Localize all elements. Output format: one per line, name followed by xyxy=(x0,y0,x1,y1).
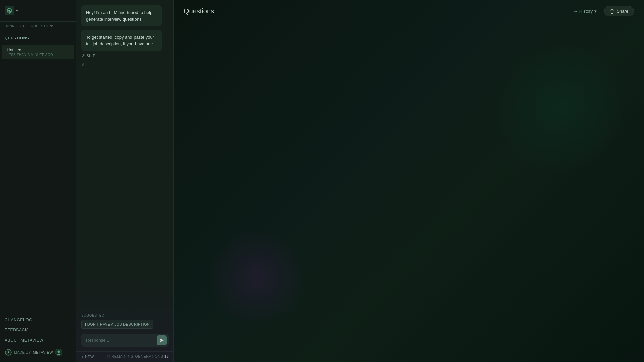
new-label: NEW xyxy=(85,355,94,359)
svg-point-1 xyxy=(8,10,10,12)
response-input[interactable] xyxy=(86,335,157,345)
chat-panel: Hey! I'm an LLM fine-tuned to help gener… xyxy=(76,0,174,362)
chat-bubble-2-wrapper: To get started, copy and paste your full… xyxy=(81,30,169,58)
send-icon xyxy=(159,338,164,343)
chat-bubble-1: Hey! I'm an LLM fine-tuned to help gener… xyxy=(81,5,162,26)
session-item[interactable]: Untitled LESS THAN A MINUTE AGO xyxy=(2,45,74,59)
history-label: History xyxy=(579,9,593,14)
sidebar: ▾ HIRING.STUDIO/QUESTIONS QUESTIONS + Un… xyxy=(0,0,76,362)
metaview-link[interactable]: METAVIEW xyxy=(33,350,53,354)
changelog-link[interactable]: CHANGELOG xyxy=(0,315,76,325)
section-header: QUESTIONS + xyxy=(0,31,76,45)
avatar-icon xyxy=(55,349,62,356)
questions-section: QUESTIONS + Untitled LESS THAN A MINUTE … xyxy=(0,31,76,59)
bg-glow-green xyxy=(493,39,627,173)
page-title: Questions xyxy=(184,7,214,15)
header-actions: → History ▾ Share xyxy=(570,6,634,16)
history-chevron-icon: ▾ xyxy=(594,9,597,14)
made-by-text: MADE BY xyxy=(14,350,31,354)
remaining-count: 15 xyxy=(164,354,169,358)
svg-marker-13 xyxy=(610,9,614,14)
new-session-button[interactable]: + NEW xyxy=(81,355,94,359)
clock-icon[interactable] xyxy=(5,349,12,356)
main-body xyxy=(174,22,644,362)
about-metaview-link[interactable]: ABOUT METAVIEW xyxy=(0,335,76,345)
response-input-row xyxy=(81,334,169,347)
ai-label: AI xyxy=(81,63,169,67)
main-content: Questions → History ▾ Share xyxy=(174,0,644,362)
chat-bottom: SUGGESTED I DON'T HAVE A JOB DESCRIPTION xyxy=(76,310,173,351)
made-by-row: MADE BY METAVIEW xyxy=(0,345,76,359)
history-button[interactable]: → History ▾ xyxy=(570,7,600,16)
new-prefix: + xyxy=(81,355,84,359)
feedback-link[interactable]: FEEDBACK xyxy=(0,325,76,335)
skip-link[interactable]: ↗ SKIP xyxy=(81,53,169,58)
send-button[interactable] xyxy=(157,335,167,345)
skip-label: SKIP xyxy=(86,54,95,58)
chat-messages: Hey! I'm an LLM fine-tuned to help gener… xyxy=(76,0,173,310)
history-prefix-icon: → xyxy=(573,9,578,14)
suggested-label: SUGGESTED xyxy=(81,314,169,317)
logo-icon xyxy=(5,6,14,15)
session-time: LESS THAN A MINUTE AGO xyxy=(7,53,69,57)
logo-area[interactable]: ▾ xyxy=(5,6,18,15)
main-header: Questions → History ▾ Share xyxy=(174,0,644,22)
sidebar-header: ▾ xyxy=(0,0,76,22)
share-icon xyxy=(610,9,614,14)
logo-chevron-icon: ▾ xyxy=(16,9,18,13)
remaining-label: ⬡ REMAINING GENERATIONS 15 xyxy=(107,354,169,359)
sidebar-divider xyxy=(71,7,71,14)
skip-arrow-icon: ↗ xyxy=(81,53,85,58)
add-question-button[interactable]: + xyxy=(65,35,71,41)
session-title: Untitled xyxy=(7,47,69,52)
share-button[interactable]: Share xyxy=(604,6,634,16)
bg-glow-purple xyxy=(207,228,308,328)
chat-bubble-2: To get started, copy and paste your full… xyxy=(81,30,162,51)
sidebar-bottom: CHANGELOG FEEDBACK ABOUT METAVIEW MADE B… xyxy=(0,312,76,362)
share-label: Share xyxy=(616,9,628,14)
suggestion-chip[interactable]: I DON'T HAVE A JOB DESCRIPTION xyxy=(81,320,153,329)
svg-point-12 xyxy=(58,351,60,353)
chat-footer: + NEW ⬡ REMAINING GENERATIONS 15 xyxy=(76,351,173,362)
section-label: QUESTIONS xyxy=(5,36,29,40)
breadcrumb: HIRING.STUDIO/QUESTIONS xyxy=(0,22,76,31)
remaining-generations-icon: ⬡ xyxy=(107,354,110,358)
